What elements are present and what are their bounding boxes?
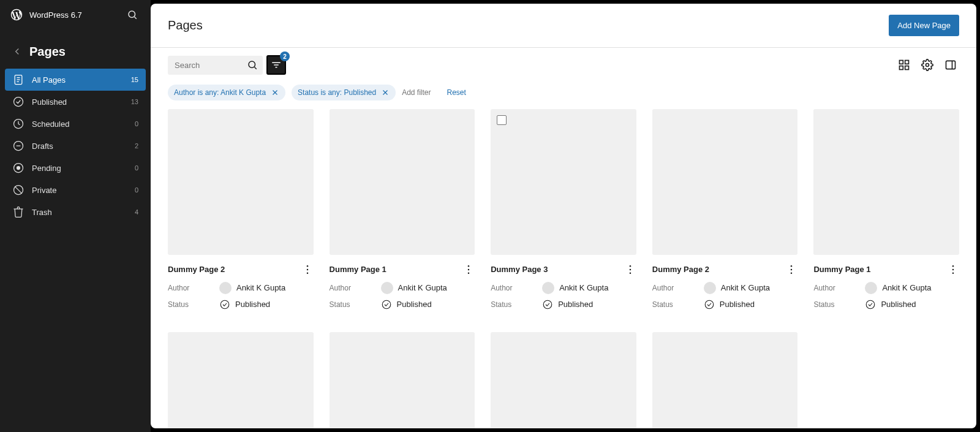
check-circle-icon (865, 299, 876, 310)
avatar (381, 282, 393, 294)
card-title[interactable]: Dummy Page 2 (168, 265, 225, 274)
search-icon (127, 9, 138, 20)
reset-filters-button[interactable]: Reset (447, 88, 466, 97)
card-title[interactable]: Dummy Page 1 (813, 265, 870, 274)
svg-line-15 (254, 67, 256, 69)
status-row: Status Published (491, 299, 636, 310)
search-icon-button[interactable] (124, 6, 141, 23)
card-thumbnail[interactable] (652, 332, 798, 428)
card-thumbnail[interactable] (330, 109, 475, 255)
page-card[interactable]: Dummy Page 1 Author Ankit K Gupta Status… (813, 109, 959, 310)
page-card[interactable] (168, 332, 314, 428)
svg-point-43 (952, 265, 954, 267)
status-text: Published (720, 300, 755, 309)
search-icon (247, 59, 258, 70)
filter-button[interactable]: 2 (266, 55, 286, 75)
card-meta: Author Ankit K Gupta Status Published (168, 282, 314, 310)
author-name: Ankit K Gupta (559, 283, 608, 292)
page-card[interactable]: Dummy Page 2 Author Ankit K Gupta Status… (652, 109, 798, 310)
card-thumbnail[interactable] (652, 109, 798, 255)
sidebar-item-private[interactable]: Private 0 (5, 179, 146, 201)
avatar (865, 282, 877, 294)
card-title-row: Dummy Page 1 (813, 263, 959, 276)
page-card[interactable]: Dummy Page 2 Author Ankit K Gupta Status… (168, 109, 314, 310)
status-filter-chip[interactable]: Status is any: Published (292, 85, 396, 100)
card-thumbnail[interactable] (491, 332, 636, 428)
more-options-button[interactable] (947, 263, 959, 276)
sidebar-item-label: All Pages (32, 75, 66, 85)
grid-view-button[interactable] (895, 56, 913, 74)
author-row: Author Ankit K Gupta (168, 282, 314, 294)
back-button[interactable] (10, 44, 24, 59)
svg-point-46 (867, 300, 875, 309)
author-name: Ankit K Gupta (721, 283, 770, 292)
status-text: Published (235, 300, 270, 309)
author-value: Ankit K Gupta (542, 282, 608, 294)
sidebar-item-all-pages[interactable]: All Pages 15 (5, 69, 146, 91)
more-options-button[interactable] (301, 263, 314, 276)
card-title[interactable]: Dummy Page 2 (652, 265, 709, 274)
card-title-row: Dummy Page 3 (491, 263, 636, 276)
sidebar-section-header: Pages (0, 29, 151, 69)
card-thumbnail[interactable] (330, 332, 475, 428)
author-name: Ankit K Gupta (882, 283, 931, 292)
author-label: Author (652, 284, 701, 292)
card-thumbnail[interactable] (168, 332, 314, 428)
page-card[interactable] (330, 332, 475, 428)
card-thumbnail[interactable] (813, 109, 959, 255)
more-options-button[interactable] (785, 263, 797, 276)
card-meta: Author Ankit K Gupta Status Published (491, 282, 636, 310)
detail-panel-button[interactable] (942, 56, 959, 74)
author-value: Ankit K Gupta (381, 282, 447, 294)
card-title[interactable]: Dummy Page 1 (330, 265, 386, 274)
sidebar-item-trash[interactable]: Trash 4 (5, 201, 146, 223)
card-thumbnail[interactable] (168, 109, 314, 255)
avatar (704, 282, 716, 294)
page-card[interactable]: Dummy Page 3 Author Ankit K Gupta Status… (491, 109, 636, 310)
close-icon[interactable] (271, 88, 279, 97)
sidebar-item-published[interactable]: Published 13 (5, 91, 146, 113)
add-new-page-button[interactable]: Add New Page (889, 15, 959, 36)
sidebar-item-count: 4 (135, 208, 138, 216)
card-title-row: Dummy Page 2 (168, 263, 314, 276)
sidebar-item-label: Drafts (32, 142, 53, 151)
sidebar-nav: All Pages 15 Published 13 Scheduled 0 Dr… (0, 69, 151, 223)
add-filter-button[interactable]: Add filter (402, 88, 431, 97)
svg-point-20 (926, 64, 929, 67)
sidebar-item-count: 15 (131, 76, 138, 83)
wordpress-icon (10, 8, 23, 21)
page-card[interactable] (652, 332, 798, 428)
status-label: Status (813, 300, 862, 309)
sidebar-item-scheduled[interactable]: Scheduled 0 (5, 113, 146, 135)
card-title[interactable]: Dummy Page 3 (491, 265, 548, 274)
more-options-button[interactable] (624, 263, 636, 276)
page-card[interactable]: Dummy Page 1 Author Ankit K Gupta Status… (330, 109, 475, 310)
wp-logo[interactable]: WordPress 6.7 (10, 8, 82, 21)
svg-line-13 (15, 186, 22, 194)
svg-point-33 (468, 272, 470, 274)
svg-point-35 (630, 265, 631, 267)
svg-point-6 (14, 97, 23, 107)
card-checkbox[interactable] (497, 115, 507, 125)
svg-point-30 (221, 300, 229, 309)
sidebar-item-pending[interactable]: Pending 0 (5, 157, 146, 179)
settings-button[interactable] (919, 56, 936, 74)
sidebar-item-drafts[interactable]: Drafts 2 (5, 135, 146, 157)
more-options-button[interactable] (462, 263, 475, 276)
sidebar-item-label: Trash (32, 208, 52, 217)
page-card[interactable] (491, 332, 636, 428)
author-name: Ankit K Gupta (236, 283, 285, 292)
filter-icon (271, 59, 282, 70)
author-label: Author (168, 284, 217, 292)
card-thumbnail[interactable] (491, 109, 636, 255)
close-icon[interactable] (381, 88, 390, 97)
author-filter-chip[interactable]: Author is any: Ankit K Gupta (168, 85, 285, 100)
sidebar-item-count: 0 (135, 120, 138, 127)
author-row: Author Ankit K Gupta (813, 282, 959, 294)
author-label: Author (330, 284, 379, 292)
svg-rect-19 (905, 66, 909, 70)
draft-icon (12, 140, 24, 152)
sidebar-item-count: 0 (135, 164, 138, 172)
trash-icon (12, 206, 24, 218)
sidebar-right-icon (944, 59, 957, 71)
